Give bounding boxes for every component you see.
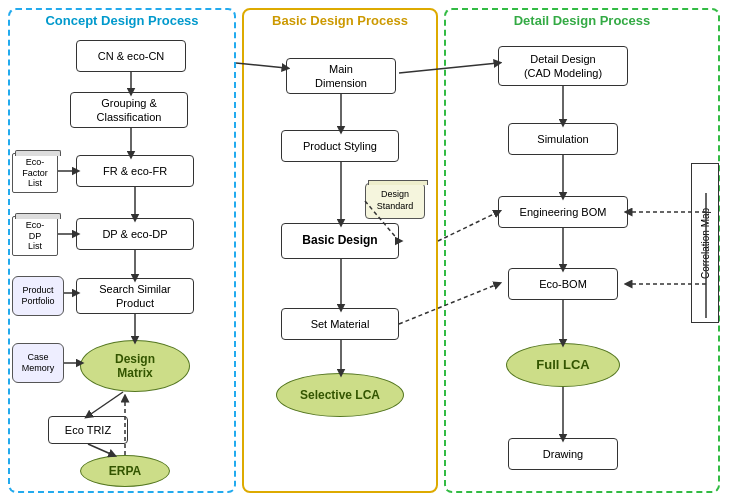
simulation-box: Simulation <box>508 123 618 155</box>
eco-factor-shadow <box>15 150 61 156</box>
erpa-oval: ERPA <box>80 455 170 487</box>
eco-triz-box: Eco TRIZ <box>48 416 128 444</box>
full-lca-oval: Full LCA <box>506 343 620 387</box>
concept-title: Concept Design Process <box>12 13 232 28</box>
design-matrix-oval: Design Matrix <box>80 340 190 392</box>
correlation-map-box: Correlation Map <box>691 163 719 323</box>
cn-eco-box: CN & eco-CN <box>76 40 186 72</box>
fr-eco-box: FR & eco-FR <box>76 155 194 187</box>
engineering-bom-box: Engineering BOM <box>498 196 628 228</box>
detail-title: Detail Design Process <box>448 13 716 28</box>
eco-dp-box: Eco- DP List <box>12 216 58 256</box>
eco-factor-box: Eco- Factor List <box>12 153 58 193</box>
set-material-box: Set Material <box>281 308 399 340</box>
basic-title: Basic Design Process <box>246 13 434 28</box>
basic-design-box: Basic Design <box>281 223 399 259</box>
grouping-box: Grouping & Classification <box>70 92 188 128</box>
product-styling-box: Product Styling <box>281 130 399 162</box>
detail-design-box: Detail Design (CAD Modeling) <box>498 46 628 86</box>
dp-eco-box: DP & eco-DP <box>76 218 194 250</box>
selective-lca-oval: Selective LCA <box>276 373 404 417</box>
design-standard-box: Design Standard <box>365 183 425 219</box>
design-standard-shadow <box>368 180 428 185</box>
drawing-box: Drawing <box>508 438 618 470</box>
eco-dp-shadow <box>15 213 61 219</box>
eco-bom-box: Eco-BOM <box>508 268 618 300</box>
main-dimension-box: Main Dimension <box>286 58 396 94</box>
case-memory-box: Case Memory <box>12 343 64 383</box>
search-similar-box: Search Similar Product <box>76 278 194 314</box>
product-portfolio-box: Product Portfolio <box>12 276 64 316</box>
